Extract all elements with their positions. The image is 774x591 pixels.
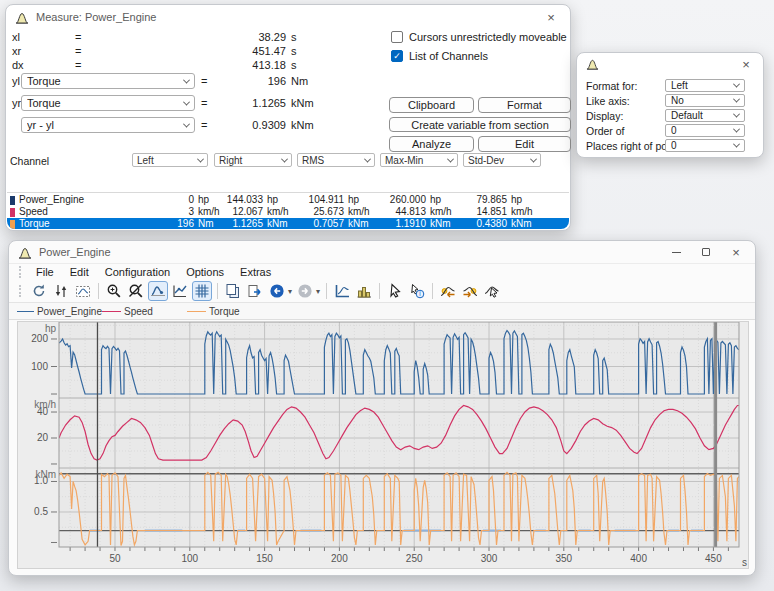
format-field-select[interactable]: 0: [665, 139, 745, 152]
stat-value: 44.813: [342, 206, 426, 218]
checkbox[interactable]: [391, 31, 403, 43]
measure-window-title: Measure: Power_Engine: [36, 11, 156, 23]
back-icon[interactable]: [267, 281, 287, 301]
curve-window-titlebar[interactable]: Power_Engine ×: [9, 241, 755, 263]
bar-chart-icon[interactable]: [354, 281, 374, 301]
toolbar-separator: [432, 283, 433, 299]
x-axis-tick-label: 150: [256, 553, 273, 564]
format-button[interactable]: Format: [478, 97, 571, 113]
x-axis-tick-label: 350: [555, 553, 572, 564]
zoom-off-icon[interactable]: [126, 281, 146, 301]
statistic-header-select[interactable]: Max-Min: [380, 153, 458, 167]
format-field-label: Order of: [586, 125, 625, 137]
statistic-header-select[interactable]: Left: [132, 153, 208, 167]
option-checkbox-row[interactable]: Cursors unrestrictedly moveable: [391, 31, 567, 43]
format-close-button[interactable]: ×: [733, 54, 759, 74]
y-axis-unit-label: km/h: [34, 399, 56, 410]
stat-value: 3: [102, 206, 194, 218]
stat-value: 1.1265: [182, 218, 263, 229]
format-dialog: × Format for:LeftLike axis:NoDisplay:Def…: [576, 52, 764, 158]
legend-label: Speed: [124, 306, 153, 317]
channel-select[interactable]: Torque: [21, 73, 195, 89]
cursor-prev-icon[interactable]: [438, 281, 458, 301]
stat-value: 79.865: [422, 194, 507, 206]
format-field-row: Order of0: [577, 124, 763, 138]
table-row[interactable]: Power_Engine0hp144.033hp104.911hp260.000…: [7, 194, 569, 206]
export-icon[interactable]: [245, 281, 265, 301]
pointer-info-icon[interactable]: i: [407, 281, 427, 301]
menu-extras[interactable]: Extras: [232, 266, 279, 278]
stat-value: 104.911: [262, 194, 344, 206]
grid-icon[interactable]: [192, 281, 212, 301]
format-field-row: Display:Default: [577, 109, 763, 123]
measure-titlebar[interactable]: Measure: Power_Engine ×: [6, 5, 570, 29]
zoom-in-icon[interactable]: [104, 281, 124, 301]
plot-canvas[interactable]: 100200hp2040km/h0.51.0kNm501001502002503…: [18, 322, 748, 568]
channel-select[interactable]: yr - yl: [21, 117, 195, 133]
cursor-move-icon[interactable]: [482, 281, 502, 301]
menu-configuration[interactable]: Configuration: [97, 266, 178, 278]
legend-item[interactable]: Power_Engine: [17, 306, 102, 317]
checkbox[interactable]: ✓: [391, 50, 403, 62]
chevron-down-icon: [733, 126, 740, 133]
display-box-icon[interactable]: [73, 281, 93, 301]
format-titlebar[interactable]: ×: [577, 53, 763, 75]
measure-close-button[interactable]: ×: [538, 7, 564, 27]
clipboard-button[interactable]: Clipboard: [389, 97, 474, 113]
pointer-icon[interactable]: [385, 281, 405, 301]
format-field-select[interactable]: No: [665, 94, 745, 107]
chevron-down-icon: [447, 155, 454, 162]
close-button[interactable]: ×: [723, 242, 749, 262]
create-variable-button[interactable]: Create variable from section: [389, 117, 571, 132]
channel-select[interactable]: Torque: [21, 95, 195, 111]
channel-color-swatch: [10, 196, 15, 205]
menu-options[interactable]: Options: [178, 266, 232, 278]
stat-unit: kNm: [511, 218, 532, 229]
refresh-icon[interactable]: [29, 281, 49, 301]
svg-text:100: 100: [31, 361, 48, 372]
statistic-header-select[interactable]: RMS: [297, 153, 375, 167]
line-chart-icon[interactable]: [332, 281, 352, 301]
dropdown-caret-icon[interactable]: ▾: [288, 287, 292, 296]
measure-icon[interactable]: [148, 281, 168, 301]
option-checkbox-row[interactable]: ✓List of Channels: [391, 50, 488, 62]
cursor-value: 1.1265: [186, 97, 286, 109]
toolbar-separator: [217, 283, 218, 299]
legend-line-swatch: [187, 311, 206, 312]
plot-panel[interactable]: 100200hp2040km/h0.51.0kNm501001502002503…: [17, 321, 749, 569]
legend-item[interactable]: Torque: [187, 306, 272, 317]
format-field-select[interactable]: Left: [665, 79, 745, 92]
format-field-label: Like axis:: [586, 95, 630, 107]
svg-text:0.5: 0.5: [34, 506, 48, 517]
edit-button[interactable]: Edit: [478, 136, 571, 152]
format-field-select[interactable]: Default: [665, 109, 745, 122]
menu-file[interactable]: File: [28, 266, 62, 278]
channel-list[interactable]: Power_Engine0hp144.033hp104.911hp260.000…: [7, 192, 569, 229]
x-axis-tick-label: 300: [481, 553, 498, 564]
curve-window-icon: [18, 246, 32, 259]
format-field-select[interactable]: 0: [665, 124, 745, 137]
menu-edit[interactable]: Edit: [62, 266, 97, 278]
statistic-header-label: Right: [219, 155, 282, 166]
channel-select-value: Torque: [27, 97, 184, 109]
table-row[interactable]: Torque196Nm1.1265kNm0.7057kNm1.1910kNm0.…: [7, 218, 569, 229]
forward-icon[interactable]: [295, 281, 315, 301]
cursor-next-icon[interactable]: [460, 281, 480, 301]
statistic-header-select[interactable]: Std-Dev: [463, 153, 541, 167]
format-field-value: No: [671, 95, 734, 106]
copy-icon[interactable]: [223, 281, 243, 301]
statistic-header-select[interactable]: Right: [214, 153, 292, 167]
table-row[interactable]: Speed3km/h12.067km/h25.673km/h44.813km/h…: [7, 206, 569, 218]
y-axis-unit-label: kNm: [35, 469, 56, 480]
legend-item[interactable]: Speed: [102, 306, 187, 317]
maximize-button[interactable]: [693, 242, 719, 262]
dropdown-caret-icon[interactable]: ▾: [316, 287, 320, 296]
equals-sign: =: [75, 31, 81, 43]
minimize-button[interactable]: [663, 242, 689, 262]
channels-icon[interactable]: [51, 281, 71, 301]
cursor-value: 413.18: [186, 59, 286, 71]
chevron-down-icon: [733, 81, 740, 88]
curve-edit-icon[interactable]: [170, 281, 190, 301]
analyze-button[interactable]: Analyze: [389, 136, 474, 152]
toolbar: ▾▾i: [9, 280, 755, 303]
